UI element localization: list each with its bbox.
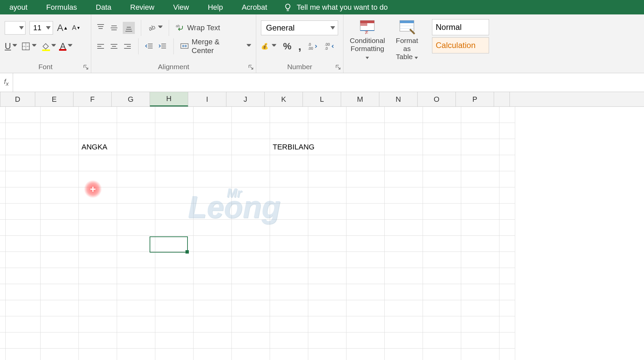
- cell[interactable]: [41, 220, 79, 236]
- cell[interactable]: [194, 123, 232, 139]
- cell[interactable]: [6, 155, 41, 171]
- cell[interactable]: [385, 300, 423, 316]
- cell[interactable]: [461, 187, 499, 204]
- cell[interactable]: [0, 316, 6, 332]
- cell[interactable]: [346, 349, 385, 360]
- cell[interactable]: [155, 332, 194, 349]
- style-normal[interactable]: Normal: [432, 19, 489, 35]
- cell[interactable]: [385, 349, 423, 360]
- cell[interactable]: [499, 220, 515, 236]
- column-header-K[interactable]: K: [265, 92, 303, 106]
- cell[interactable]: [308, 139, 346, 155]
- cell[interactable]: [308, 332, 346, 349]
- cell[interactable]: [0, 155, 6, 171]
- cell[interactable]: [499, 268, 515, 284]
- cell[interactable]: [79, 300, 117, 316]
- tab-view[interactable]: View: [164, 0, 198, 14]
- cell[interactable]: [155, 107, 194, 123]
- cell[interactable]: [423, 187, 461, 204]
- tab-review[interactable]: Review: [121, 0, 164, 14]
- font-color-button[interactable]: A: [60, 41, 72, 51]
- cell[interactable]: [308, 284, 346, 300]
- cell[interactable]: [41, 284, 79, 300]
- cell[interactable]: [232, 220, 270, 236]
- cell[interactable]: [6, 236, 41, 252]
- cell[interactable]: [461, 204, 499, 220]
- cell[interactable]: [346, 155, 385, 171]
- cell[interactable]: [194, 139, 232, 155]
- cell[interactable]: [117, 316, 155, 332]
- cell[interactable]: [155, 187, 194, 204]
- cell[interactable]: [232, 332, 270, 349]
- cell[interactable]: [270, 107, 308, 123]
- align-center-button[interactable]: [109, 42, 119, 51]
- cell[interactable]: [346, 300, 385, 316]
- cell[interactable]: [499, 155, 515, 171]
- cell[interactable]: [6, 252, 41, 268]
- cell[interactable]: [461, 155, 499, 171]
- decrease-decimal-button[interactable]: .00.0: [325, 42, 335, 51]
- cell[interactable]: [155, 155, 194, 171]
- cell[interactable]: [0, 171, 6, 187]
- cell[interactable]: [423, 236, 461, 252]
- cell[interactable]: [6, 123, 41, 139]
- cell[interactable]: [346, 220, 385, 236]
- cell[interactable]: [308, 107, 346, 123]
- cell[interactable]: [0, 284, 6, 300]
- cell[interactable]: [6, 284, 41, 300]
- cell[interactable]: [385, 187, 423, 204]
- cell[interactable]: [385, 155, 423, 171]
- cell[interactable]: [423, 332, 461, 349]
- cell[interactable]: [423, 107, 461, 123]
- cell[interactable]: [117, 236, 155, 252]
- accounting-format-button[interactable]: 💰: [261, 42, 276, 51]
- column-header-N[interactable]: N: [379, 92, 418, 106]
- cell[interactable]: [79, 187, 117, 204]
- cell[interactable]: [0, 220, 6, 236]
- comma-style-button[interactable]: ,: [298, 40, 301, 53]
- cell[interactable]: [79, 316, 117, 332]
- cell[interactable]: [385, 332, 423, 349]
- cell[interactable]: [79, 236, 117, 252]
- tab-acrobat[interactable]: Acrobat: [232, 0, 277, 14]
- cell[interactable]: [308, 187, 346, 204]
- cell[interactable]: [385, 284, 423, 300]
- cell[interactable]: [385, 268, 423, 284]
- cell[interactable]: [41, 268, 79, 284]
- cell[interactable]: [461, 236, 499, 252]
- cell[interactable]: [461, 171, 499, 187]
- cell[interactable]: [461, 268, 499, 284]
- cell[interactable]: [232, 284, 270, 300]
- column-header-P[interactable]: P: [456, 92, 494, 106]
- cell[interactable]: [194, 171, 232, 187]
- number-dialog-launcher[interactable]: [334, 63, 342, 71]
- cell[interactable]: [499, 316, 515, 332]
- cell[interactable]: [385, 236, 423, 252]
- cell[interactable]: [385, 252, 423, 268]
- cell[interactable]: [346, 284, 385, 300]
- align-bottom-button[interactable]: [123, 22, 135, 34]
- cell[interactable]: [41, 204, 79, 220]
- percent-button[interactable]: %: [283, 41, 291, 52]
- cell[interactable]: [194, 204, 232, 220]
- cell[interactable]: [41, 107, 79, 123]
- cell[interactable]: [41, 187, 79, 204]
- column-header-I[interactable]: I: [188, 92, 226, 106]
- tell-me-search[interactable]: Tell me what you want to do: [277, 3, 388, 12]
- align-middle-button[interactable]: [109, 23, 119, 33]
- cell[interactable]: [194, 187, 232, 204]
- cell[interactable]: [346, 123, 385, 139]
- cell[interactable]: [194, 284, 232, 300]
- cell[interactable]: [0, 107, 6, 123]
- cell[interactable]: [499, 187, 515, 204]
- cell[interactable]: [117, 268, 155, 284]
- cell[interactable]: [270, 252, 308, 268]
- cell[interactable]: [270, 332, 308, 349]
- cell[interactable]: [194, 332, 232, 349]
- column-header-D[interactable]: D: [0, 92, 35, 106]
- cell[interactable]: [194, 300, 232, 316]
- cell[interactable]: [346, 139, 385, 155]
- cell[interactable]: [308, 268, 346, 284]
- borders-button[interactable]: [21, 42, 37, 51]
- cell[interactable]: [6, 300, 41, 316]
